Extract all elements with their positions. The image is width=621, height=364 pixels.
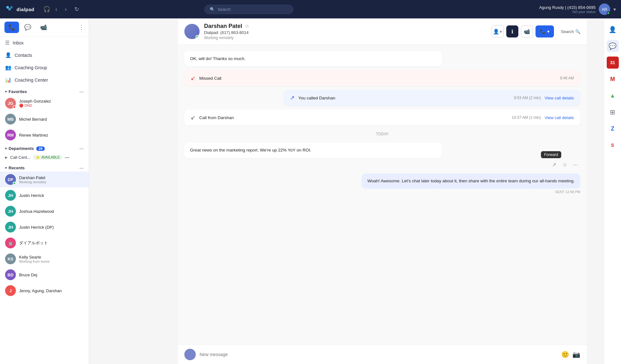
input-icons: 🙂 📷 (561, 351, 580, 358)
right-panel-gmail-button[interactable]: M (607, 73, 619, 85)
outgoing-call-details-link[interactable]: View call details (545, 96, 574, 100)
app-name: dialpad (17, 7, 34, 12)
back-button[interactable]: ‹ (53, 5, 60, 14)
call-center-name: Call Cent... (10, 155, 31, 160)
joshua-hazelwood-avatar: JH (5, 206, 16, 217)
departments-badge: 28 (36, 146, 44, 151)
bruce-dej-info: Bruce Dej (19, 273, 84, 277)
chat-contact-phone: Dialpad: (617) 863-8014 (204, 30, 487, 35)
right-panel-drive-button[interactable]: ▲ (607, 90, 619, 102)
tab-chat[interactable]: 💬 (20, 22, 35, 33)
renee-martinez-avatar: RM (5, 130, 16, 140)
input-avatar (184, 349, 196, 360)
michel-bernard-avatar: MB (5, 114, 16, 125)
video-call-button[interactable]: 📹 (521, 25, 533, 37)
sidebar-item-joshua-hazelwood[interactable]: JH Joshua Hazelwood (0, 203, 89, 219)
more-message-options-button[interactable]: ⋯ (571, 160, 580, 170)
call-chevron-icon: ▾ (547, 29, 549, 34)
sidebar-item-bruce-dej[interactable]: BD Bruce Dej (0, 267, 89, 283)
sidebar-item-darshan-patel[interactable]: DP Darshan Patel Working remotely (0, 172, 89, 187)
missed-call-time: 9:46 AM (560, 76, 574, 80)
bruce-dej-name: Bruce Dej (19, 273, 84, 277)
sidebar-item-kelly-searle[interactable]: KS Kelly Searle Working from home (0, 251, 89, 267)
sidebar-item-coaching-group[interactable]: 👥 Coaching Group (0, 61, 89, 74)
more-options-button[interactable]: ⋮ (78, 24, 84, 31)
right-panel-contacts-button[interactable]: 👤 (607, 24, 619, 36)
main-chat-area: Darshan Patel ☆ Dialpad: (617) 863-8014 … (178, 18, 587, 364)
search-icon: 🔍 (575, 29, 580, 34)
search-label: Search (561, 29, 574, 34)
dialbot-info: ダイアルボット (19, 240, 84, 246)
incoming-call-details-link[interactable]: View call details (545, 115, 574, 120)
camera-button[interactable]: 📷 (572, 351, 580, 358)
forward-button[interactable]: ↗ (549, 160, 559, 170)
favorites-arrow[interactable]: ▾ (5, 90, 7, 93)
sidebar-item-call-center[interactable]: ▶ Call Cent... ⭐ AVAILABLE — (0, 152, 89, 162)
sidebar-item-justin-herrick[interactable]: JH Justin Herrick (0, 187, 89, 203)
star-message-button[interactable]: ☆ (560, 160, 570, 170)
refresh-button[interactable]: ↻ (72, 4, 82, 14)
contacts-label: Contacts (15, 53, 32, 58)
coaching-group-icon: 👥 (5, 64, 11, 71)
favorites-collapse[interactable]: — (79, 89, 84, 94)
justin-herrick-name: Justin Herrick (19, 193, 84, 198)
missed-call-text: Missed Call (199, 76, 554, 81)
sidebar-item-coaching-center[interactable]: 📊 Coaching Center (0, 74, 89, 86)
right-panel: 👤 💬 31 M ▲ ⊞ Z S (604, 18, 621, 364)
chat-search-link[interactable]: Search 🔍 (561, 29, 580, 34)
recents-section-header: ▾ Recents — (0, 162, 89, 172)
sidebar-item-inbox[interactable]: ☰ Inbox (0, 37, 89, 49)
recents-arrow[interactable]: ▾ (5, 166, 7, 170)
departments-collapse[interactable]: — (79, 146, 84, 151)
sidebar-item-dialbot[interactable]: 🤖 ダイアルボット (0, 235, 89, 251)
add-contact-button[interactable]: 👤+ (492, 25, 504, 37)
justin-herrick-avatar: JH (5, 190, 16, 201)
justin-herrick-dp-name: Justin Herrick (DP) (19, 225, 84, 230)
tab-phone[interactable]: 📞 (4, 22, 19, 33)
bruce-dej-avatar: BD (5, 269, 16, 280)
right-panel-chat-button[interactable]: 💬 (607, 40, 619, 52)
darshan-patel-name: Darshan Patel (19, 175, 84, 180)
renee-martinez-info: Renee Martinez (19, 133, 84, 138)
sidebar-item-justin-herrick-dp[interactable]: JH Justin Herrick (DP) (0, 219, 89, 235)
darshan-patel-avatar: DP (5, 174, 16, 185)
global-search-bar[interactable]: 🔍 Search (204, 5, 293, 14)
available-label: AVAILABLE (41, 155, 60, 159)
right-panel-calendar-button[interactable]: 31 (607, 57, 619, 69)
message-input[interactable] (200, 352, 557, 357)
incoming-call-text: Call from Darshan (199, 115, 506, 120)
user-avatar[interactable]: AR (599, 3, 610, 15)
departments-arrow[interactable]: ▾ (5, 147, 7, 150)
darshan-patel-status: Working remotely (19, 180, 84, 184)
sidebar: 📞 💬 📹 ⋮ ☰ Inbox 👤 Contacts 👥 Coaching Gr… (0, 18, 89, 364)
call-center-arrow: ▶ (5, 156, 8, 159)
message-woah-container: Woah! Awesome. Let's chat later today ab… (184, 173, 580, 194)
sidebar-item-jenny-agung-darshan[interactable]: J Jenny, Agung, Darshan (0, 283, 89, 299)
user-menu-button[interactable]: ▾ (613, 6, 616, 12)
inbox-label: Inbox (13, 40, 24, 45)
tab-video[interactable]: 📹 (36, 22, 51, 33)
outgoing-call-icon: ↗ (290, 94, 295, 101)
sidebar-item-michel-bernard[interactable]: MB Michel Bernard (0, 111, 89, 127)
star-icon: ⭐ (36, 155, 40, 159)
sidebar-item-renee-martinez[interactable]: RM Renee Martinez (0, 127, 89, 143)
emoji-button[interactable]: 🙂 (561, 351, 569, 358)
headphones-button[interactable]: 🎧 (41, 4, 53, 14)
info-button[interactable]: ℹ (506, 25, 518, 37)
favorite-star-button[interactable]: ☆ (245, 23, 249, 29)
darshan-online-indicator (13, 182, 16, 185)
right-panel-zendesk-button[interactable]: Z (607, 123, 619, 135)
top-navigation: dialpad 🎧 ‹ › ↻ 🔍 Search Agung Rusdy | (… (0, 0, 621, 18)
right-panel-sheets-button[interactable]: S (607, 139, 619, 151)
sidebar-item-joseph-gonzalez[interactable]: JG Joseph Gonzalez 🔴 DND (0, 95, 89, 111)
call-center-collapse[interactable]: — (65, 155, 69, 160)
right-panel-dialpad-button[interactable]: ⊞ (607, 106, 619, 118)
chat-header-actions: 👤+ ℹ 📹 📞 ▾ (492, 25, 554, 37)
recents-collapse[interactable]: — (79, 165, 84, 170)
chat-messages-container: OK, will do! Thanks so much. ↙ Missed Ca… (178, 45, 587, 345)
sidebar-item-contacts[interactable]: 👤 Contacts (0, 49, 89, 61)
coaching-center-label: Coaching Center (15, 78, 48, 83)
kelly-searle-info: Kelly Searle Working from home (19, 255, 84, 263)
call-button[interactable]: 📞 ▾ (536, 25, 554, 37)
forward-button[interactable]: › (62, 5, 69, 14)
